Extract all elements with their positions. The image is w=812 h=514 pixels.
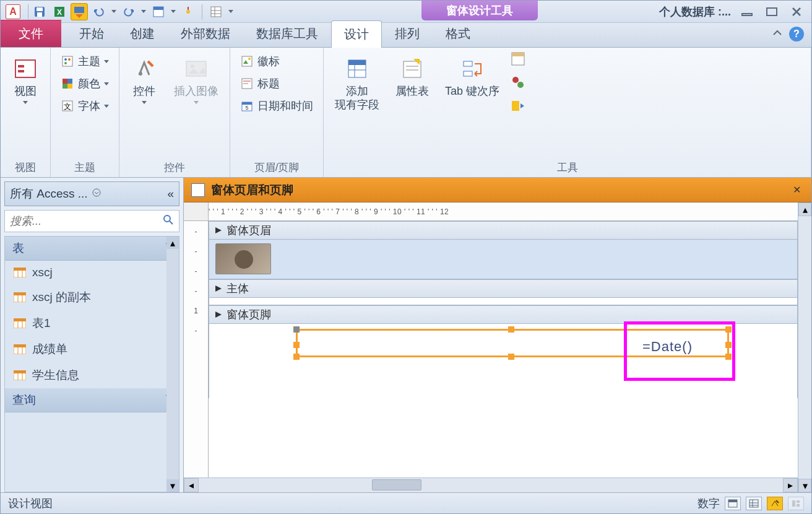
title-button[interactable]: 标题 [236, 74, 317, 94]
resize-handle[interactable] [508, 326, 514, 333]
colors-button[interactable]: 颜色 [57, 74, 113, 94]
ruler-corner[interactable] [184, 203, 209, 220]
horizontal-scrollbar[interactable]: ◂ ▸ [184, 477, 798, 492]
nav-search-box[interactable] [4, 210, 179, 232]
convert-macros-icon[interactable] [511, 98, 525, 116]
close-icon[interactable]: ✕ [789, 183, 804, 198]
fonts-button[interactable]: 文 字体 [57, 96, 113, 116]
insert-image-button[interactable]: 插入图像 [169, 51, 223, 108]
form-icon[interactable] [150, 3, 167, 20]
property-sheet-button[interactable]: 属性表 [391, 51, 434, 102]
design-mode-icon[interactable] [71, 3, 88, 20]
tab-file[interactable]: 文件 [1, 20, 61, 47]
form-canvas[interactable]: 窗体页眉 主体 窗体页脚 [209, 221, 798, 477]
themes-button[interactable]: 主题 [57, 51, 113, 71]
resize-handle[interactable] [293, 326, 300, 333]
resize-handle[interactable] [293, 342, 300, 348]
qat-customize-dropdown[interactable] [227, 10, 235, 13]
resize-handle[interactable] [725, 342, 732, 348]
resize-handle[interactable] [725, 326, 732, 333]
tab-arrange[interactable]: 排列 [382, 20, 433, 47]
scroll-up-icon[interactable]: ▴ [166, 237, 179, 249]
nav-item-table[interactable]: xscj [5, 261, 179, 284]
maximize-button[interactable] [763, 6, 780, 18]
scroll-thumb[interactable] [372, 479, 421, 490]
scroll-right-icon[interactable]: ▸ [783, 478, 798, 492]
group-label-tools: 工具 [330, 158, 805, 177]
dropdown-icon [23, 101, 28, 104]
nav-item-table[interactable]: 表1 [5, 310, 179, 336]
nav-item-table[interactable]: 成绩单 [5, 336, 179, 362]
document-tab[interactable]: 窗体页眉和页脚 ✕ [184, 178, 811, 203]
detail-body[interactable] [209, 298, 798, 305]
warning-icon[interactable] [179, 3, 197, 20]
redo-icon[interactable] [120, 3, 137, 20]
detail-section-bar[interactable]: 主体 [209, 279, 798, 298]
datasheet-view-button[interactable] [746, 497, 762, 510]
view-icon [12, 55, 39, 82]
nav-search-input[interactable] [10, 215, 163, 228]
tab-create[interactable]: 创建 [117, 20, 168, 47]
ribbon-tabs: 文件 开始 创建 外部数据 数据库工具 设计 排列 格式 ? [1, 23, 811, 48]
tab-database-tools[interactable]: 数据库工具 [243, 20, 331, 47]
nav-item-table[interactable]: xscj 的副本 [5, 284, 179, 310]
logo-button[interactable]: 徽标 [236, 51, 317, 71]
close-button[interactable] [788, 6, 805, 18]
form-header-body[interactable] [209, 240, 798, 279]
vertical-ruler[interactable]: ----1- [184, 221, 209, 477]
form-footer-section-bar[interactable]: 窗体页脚 [209, 305, 798, 324]
image-control[interactable] [215, 243, 271, 274]
nav-item-table[interactable]: 学生信息 [5, 362, 179, 388]
scroll-down-icon[interactable]: ▾ [798, 479, 811, 492]
form-header-section-bar[interactable]: 窗体页眉 [209, 221, 798, 240]
tab-format[interactable]: 格式 [433, 20, 483, 47]
vertical-scrollbar[interactable]: ▴ ▾ [798, 203, 811, 492]
ribbon-group-themes: 主题 颜色 文 字体 主题 [51, 48, 119, 177]
tab-order-icon [459, 55, 486, 82]
save-icon[interactable] [31, 3, 48, 20]
undo-dropdown[interactable] [110, 10, 118, 13]
add-existing-fields-button[interactable]: 添加现有字段 [330, 51, 384, 115]
subform-icon[interactable] [511, 51, 525, 69]
tab-design[interactable]: 设计 [331, 20, 382, 48]
tab-external-data[interactable]: 外部数据 [168, 20, 243, 47]
excel-export-icon[interactable]: X [51, 3, 68, 20]
nav-pane-header[interactable]: 所有 Access ... « [4, 181, 179, 206]
redo-dropdown[interactable] [140, 10, 147, 13]
svg-text:文: 文 [64, 102, 71, 111]
design-view-button[interactable] [767, 497, 783, 510]
nav-category-queries[interactable]: 查询 ⌃ [5, 388, 179, 412]
horizontal-ruler[interactable]: ' ' ' 1 ' ' ' 2 ' ' ' 3 ' ' ' 4 ' ' ' 5 … [184, 203, 798, 221]
tab-order-button[interactable]: Tab 键次序 [440, 51, 504, 102]
resize-handle[interactable] [293, 354, 300, 360]
scroll-track[interactable] [199, 478, 783, 492]
svg-rect-86 [797, 504, 800, 507]
nav-item-label: xscj 的副本 [32, 289, 91, 305]
undo-icon[interactable] [90, 3, 108, 20]
nav-category-tables[interactable]: 表 ⌃ [5, 237, 179, 261]
form-footer-body[interactable]: =Date() [209, 324, 798, 398]
scroll-down-icon[interactable]: ▾ [166, 479, 179, 492]
minimize-button[interactable] [738, 6, 756, 18]
help-icon[interactable]: ? [789, 27, 804, 41]
form-dropdown[interactable] [170, 10, 177, 13]
nav-pane-collapse-icon[interactable]: « [167, 187, 174, 201]
resize-handle[interactable] [508, 354, 514, 360]
svg-rect-24 [67, 79, 72, 84]
code-icon[interactable] [511, 75, 525, 92]
nav-scrollbar[interactable]: ▴ ▾ [166, 237, 179, 492]
search-icon[interactable] [163, 214, 174, 228]
date-time-button[interactable]: 5 日期和时间 [236, 96, 317, 116]
colors-icon [61, 77, 74, 90]
collapse-ribbon-icon[interactable] [772, 28, 783, 40]
datasheet-icon[interactable] [207, 3, 225, 20]
controls-button[interactable]: 控件 [126, 51, 163, 108]
scroll-left-icon[interactable]: ◂ [184, 478, 199, 492]
form-view-button[interactable] [725, 497, 741, 510]
tab-home[interactable]: 开始 [66, 20, 117, 47]
layout-view-button[interactable] [788, 497, 804, 510]
resize-handle[interactable] [725, 354, 732, 360]
view-button[interactable]: 视图 [7, 51, 44, 108]
controls-label: 控件 [133, 85, 155, 98]
scroll-up-icon[interactable]: ▴ [798, 203, 811, 216]
